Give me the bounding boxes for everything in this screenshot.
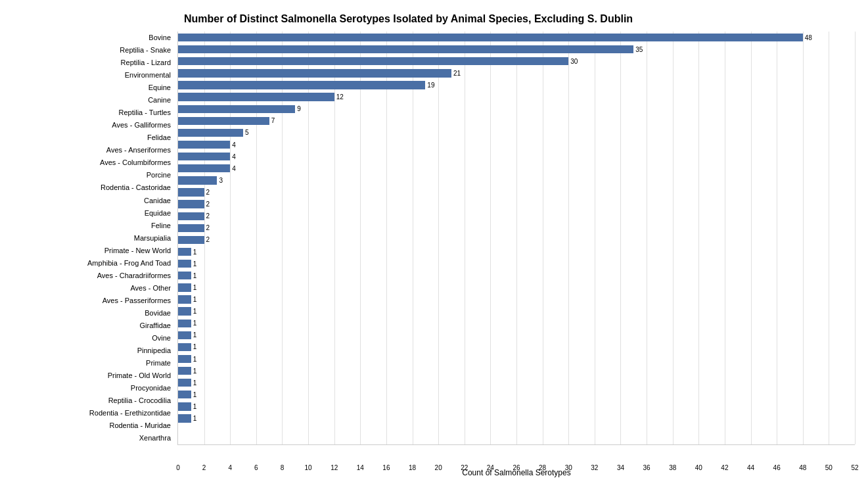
bar-row: 2: [178, 222, 855, 234]
bar-value: 1: [193, 272, 197, 279]
bar-row: 1: [178, 329, 855, 341]
bar-row: 4: [178, 139, 855, 151]
bar-row: 1: [178, 246, 855, 258]
y-label: Aves - Anseriformes: [7, 146, 174, 154]
bar-value: 3: [219, 177, 223, 184]
bar: [178, 260, 191, 268]
bar-row: 2: [178, 187, 855, 199]
chart-title: Number of Distinct Salmonella Serotypes …: [184, 13, 855, 25]
bar: [178, 331, 191, 339]
bar: [178, 57, 568, 65]
bar-value: 19: [427, 82, 434, 89]
bar-row: 1: [178, 377, 855, 389]
y-label: Giraffidae: [7, 321, 174, 330]
bar-row: 21: [178, 68, 855, 80]
bar-row: 12: [178, 91, 855, 103]
bar: [178, 93, 334, 101]
y-label: Procyonidae: [7, 384, 174, 392]
y-label: Equidae: [7, 209, 174, 218]
y-label: Reptilia - Lizard: [7, 59, 174, 67]
bar-value: 12: [336, 93, 344, 101]
y-label: Pinnipedia: [7, 346, 174, 355]
bar-value: 4: [232, 141, 236, 149]
bar-value: 2: [206, 236, 210, 243]
bar-row: 9: [178, 103, 855, 115]
bar: [178, 355, 191, 363]
bar-row: 1: [178, 258, 855, 270]
bar: [178, 402, 191, 410]
bar-value: 2: [206, 201, 210, 208]
bar-value: 1: [193, 356, 197, 363]
y-label: Porcine: [7, 171, 174, 179]
y-label: Felidae: [7, 133, 174, 142]
bar-row: 3: [178, 175, 855, 187]
bar-row: 2: [178, 199, 855, 210]
bar: [178, 34, 803, 41]
bar-value: 2: [206, 224, 210, 231]
bar-value: 4: [232, 165, 236, 172]
y-label: Primate - New World: [7, 247, 174, 255]
bar-row: 5: [178, 127, 855, 139]
bar: [178, 212, 204, 220]
bar-row: 2: [178, 210, 855, 222]
bar: [178, 236, 204, 244]
y-label: Aves - Charadriiformes: [7, 272, 174, 280]
bar-value: 1: [193, 260, 197, 268]
bar: [178, 295, 191, 303]
y-label: Canidae: [7, 197, 174, 205]
bar: [178, 367, 191, 375]
bar: [178, 307, 191, 315]
y-label: Xenarthra: [7, 434, 174, 442]
bar-value: 1: [193, 415, 197, 422]
bar-value: 2: [206, 189, 210, 196]
y-label: Reptilia - Crocodilia: [7, 396, 174, 405]
bar: [178, 283, 191, 291]
bar-row: 1: [178, 389, 855, 401]
bar-row: 1: [178, 318, 855, 329]
y-label: Rodentia - Castoridae: [7, 183, 174, 192]
chart-container: Number of Distinct Salmonella Serotypes …: [0, 0, 868, 499]
bar: [178, 391, 191, 398]
y-label: Rodentia - Erethizontidae: [7, 409, 174, 417]
y-label: Environmental: [7, 71, 174, 80]
bar-value: 1: [193, 296, 197, 303]
bar: [178, 176, 217, 184]
y-label: Reptilia - Snake: [7, 46, 174, 55]
bar-value: 1: [193, 379, 197, 387]
bar-row: 35: [178, 43, 855, 55]
bar-value: 1: [193, 308, 197, 315]
y-label: Reptilia - Turtles: [7, 108, 174, 117]
y-label: Ovine: [7, 334, 174, 343]
bar: [178, 343, 191, 351]
bar-value: 1: [193, 331, 197, 339]
y-label: Aves - Other: [7, 284, 174, 293]
y-label: Bovine: [7, 34, 174, 42]
y-label: Equine: [7, 83, 174, 92]
y-label: Amphibia - Frog And Toad: [7, 259, 174, 268]
bar-value: 1: [193, 391, 197, 398]
bar-row: 48: [178, 32, 855, 43]
y-label: Feline: [7, 222, 174, 230]
bar: [178, 379, 191, 387]
bar: [178, 414, 191, 422]
bar-value: 1: [193, 320, 197, 327]
bar: [178, 320, 191, 327]
y-label: Rodentia - Muridae: [7, 421, 174, 430]
bar-value: 30: [570, 58, 578, 65]
bar-value: 1: [193, 403, 197, 410]
bar-row: 1: [178, 270, 855, 281]
bar-value: 21: [453, 70, 461, 77]
bar-value: 35: [635, 46, 643, 53]
bar-row: 1: [178, 401, 855, 413]
bar-row: 30: [178, 55, 855, 67]
bar-row: 7: [178, 115, 855, 127]
bar-row: 1: [178, 413, 855, 425]
bar-row: 1: [178, 294, 855, 306]
bar: [178, 105, 295, 113]
bar-value: 1: [193, 343, 197, 350]
y-label: Marsupialia: [7, 234, 174, 243]
y-label: Aves - Passeriformes: [7, 297, 174, 305]
bar-value: 9: [297, 105, 301, 112]
bar-row: 1: [178, 365, 855, 377]
y-label: Aves - Galliformes: [7, 121, 174, 130]
